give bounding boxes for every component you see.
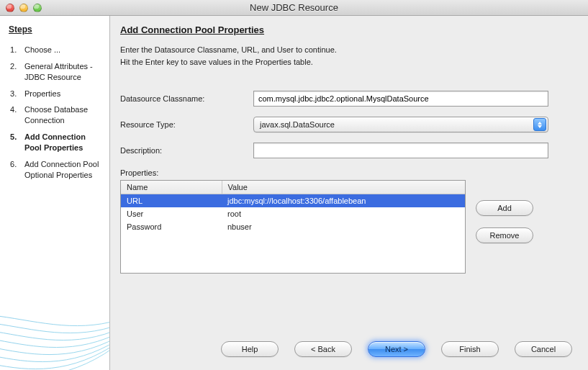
label-datasource-classname: Datasource Classname: [120, 94, 253, 103]
help-button[interactable]: Help [221, 341, 279, 357]
description-input[interactable] [253, 143, 548, 158]
chevron-updown-icon [533, 118, 546, 131]
finish-button[interactable]: Finish [441, 341, 499, 357]
form: Datasource Classname: Resource Type: jav… [120, 91, 578, 274]
resource-type-select[interactable]: javax.sql.DataSource [253, 117, 548, 132]
steps-heading: Steps [9, 24, 102, 35]
step-item-4: Choose Database Connection [9, 101, 102, 129]
zoom-icon[interactable] [33, 4, 42, 12]
step-item-3: Properties [9, 86, 102, 102]
back-button[interactable]: < Back [294, 341, 352, 357]
col-header-value[interactable]: Value [222, 181, 465, 194]
cell-value[interactable]: root [222, 207, 465, 220]
add-button[interactable]: Add [476, 200, 533, 216]
properties-area: Name Value URLjdbc:mysql://localhost:330… [120, 180, 578, 274]
cell-value[interactable]: nbuser [222, 220, 465, 233]
remove-button[interactable]: Remove [476, 227, 533, 243]
panel-intro: Enter the Datasource Classname, URL, and… [120, 44, 578, 68]
label-resource-type: Resource Type: [120, 120, 253, 129]
window-title: New JDBC Resource [0, 2, 588, 13]
cell-name[interactable]: Password [121, 220, 222, 233]
sidebar-decoration [0, 269, 110, 370]
titlebar: New JDBC Resource [0, 0, 588, 16]
row-datasource-classname: Datasource Classname: [120, 91, 578, 107]
minimize-icon[interactable] [19, 4, 28, 12]
table-row[interactable]: Userroot [121, 207, 465, 220]
col-header-name[interactable]: Name [121, 181, 222, 194]
table-row[interactable]: URLjdbc:mysql://localhost:3306/affablebe… [121, 194, 465, 208]
row-description: Description: [120, 143, 578, 158]
label-properties: Properties: [120, 168, 158, 177]
step-item-6: Add Connection Pool Optional Properties [9, 156, 102, 184]
cell-name[interactable]: User [121, 207, 222, 220]
panel-heading: Add Connection Pool Properties [120, 24, 578, 35]
steps-list: Choose ...General Attributes - JDBC Reso… [9, 42, 102, 183]
resource-type-value: javax.sql.DataSource [260, 120, 335, 129]
content: Steps Choose ...General Attributes - JDB… [0, 16, 588, 370]
wizard-main-panel: Add Connection Pool Properties Enter the… [110, 16, 588, 370]
wizard-sidebar: Steps Choose ...General Attributes - JDB… [0, 16, 110, 370]
datasource-classname-input[interactable] [253, 91, 548, 107]
intro-line-2: Hit the Enter key to save values in the … [120, 56, 578, 68]
row-resource-type: Resource Type: javax.sql.DataSource [120, 117, 578, 132]
window-controls [6, 4, 42, 12]
cell-name[interactable]: URL [121, 194, 222, 208]
cancel-button[interactable]: Cancel [515, 341, 572, 357]
label-description: Description: [120, 146, 253, 155]
intro-line-1: Enter the Datasource Classname, URL, and… [120, 44, 578, 56]
step-item-5: Add Connection Pool Properties [9, 129, 102, 156]
step-item-2: General Attributes - JDBC Resource [9, 58, 102, 86]
wizard-button-bar: Help < Back Next > Finish Cancel [120, 328, 578, 370]
table-row[interactable]: Passwordnbuser [121, 220, 465, 233]
close-icon[interactable] [6, 4, 14, 12]
properties-table[interactable]: Name Value URLjdbc:mysql://localhost:330… [120, 180, 466, 274]
step-item-1: Choose ... [9, 42, 102, 58]
next-button[interactable]: Next > [368, 341, 425, 357]
cell-value[interactable]: jdbc:mysql://localhost:3306/affablebean [222, 194, 465, 208]
properties-buttons: Add Remove [476, 180, 533, 243]
